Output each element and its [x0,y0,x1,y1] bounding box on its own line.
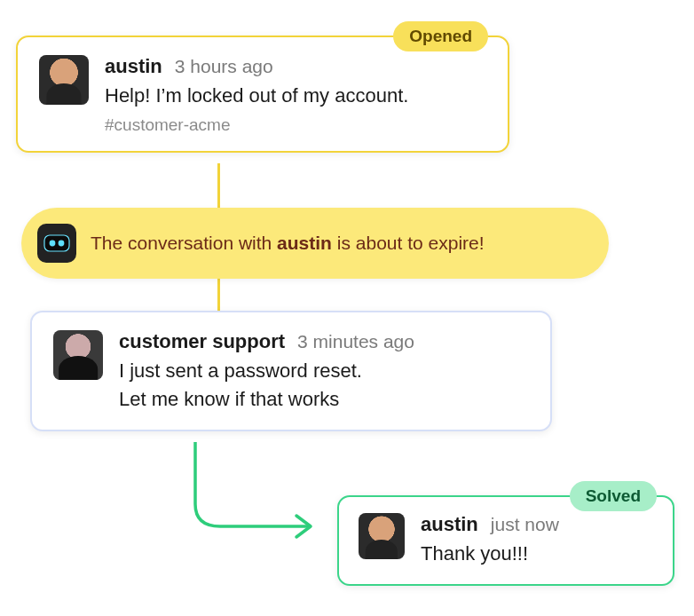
status-badge-opened: Opened [393,21,488,51]
username: austin [421,513,478,536]
message-text-line2: Let me know if that works [119,385,414,414]
username: austin [105,55,162,78]
status-badge-solved: Solved [570,481,657,511]
message-card-2: customer support 3 minutes ago I just se… [30,311,552,431]
robot-icon [37,224,76,263]
message-card-1: Opened austin 3 hours ago Help! I’m lock… [16,36,509,153]
timestamp: just now [491,514,559,535]
svg-rect-0 [44,235,69,251]
timestamp: 3 hours ago [175,56,273,77]
message-text-line1: I just sent a password reset. [119,357,414,385]
avatar [53,330,103,380]
svg-point-1 [50,241,56,247]
connector-line-1 [217,163,220,209]
timestamp: 3 minutes ago [297,331,414,352]
bot-text-suffix: is about to expire! [332,233,485,253]
bot-alert-text: The conversation with austin is about to… [91,233,485,254]
svg-point-2 [59,241,65,247]
message-text: Help! I’m locked out of my account. [105,82,408,110]
bot-text-prefix: The conversation with [91,233,277,253]
bot-username: austin [277,233,332,253]
message-text: Thank you!!! [421,540,559,568]
avatar [359,513,405,559]
avatar [39,55,89,105]
channel-tag: #customer-acme [105,115,408,135]
bot-alert-bubble: The conversation with austin is about to… [21,208,609,279]
connector-line-2 [217,274,220,312]
arrow-connector [177,442,337,557]
username: customer support [119,330,285,353]
message-card-3: Solved austin just now Thank you!!! [337,495,674,586]
